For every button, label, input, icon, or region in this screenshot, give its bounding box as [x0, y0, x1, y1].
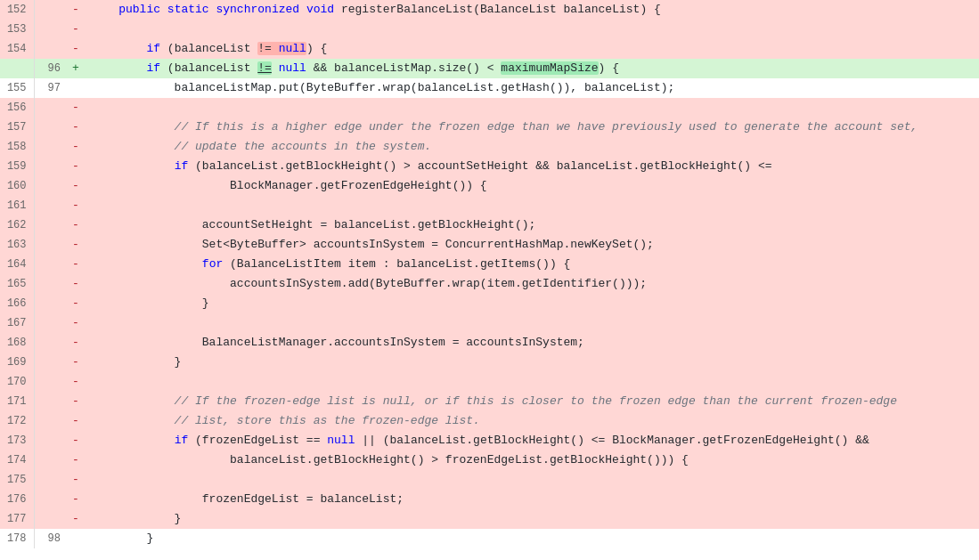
diff-marker	[68, 529, 84, 548]
line-num-old: 158	[0, 137, 34, 157]
diff-marker: -	[68, 450, 84, 470]
diff-marker: -	[68, 176, 84, 196]
table-row: 152- public static synchronized void reg…	[0, 0, 979, 20]
diff-marker: -	[68, 411, 84, 431]
line-num-new	[34, 372, 68, 392]
line-num-new: 98	[34, 529, 68, 548]
diff-marker: -	[68, 313, 84, 333]
table-row: 96+ if (balanceList != null && balanceLi…	[0, 59, 979, 78]
line-num-old: 165	[0, 274, 34, 294]
line-num-new	[34, 196, 68, 215]
line-num-old: 166	[0, 294, 34, 313]
line-num-old: 156	[0, 98, 34, 118]
line-num-old: 164	[0, 255, 34, 274]
line-num-new	[34, 235, 68, 255]
line-num-new	[34, 176, 68, 196]
table-row: 162- accountSetHeight = balanceList.getB…	[0, 215, 979, 235]
code-line: accountSetHeight = balanceList.getBlockH…	[84, 215, 979, 235]
table-row: 164- for (BalanceListItem item : balance…	[0, 255, 979, 274]
table-row: 159- if (balanceList.getBlockHeight() > …	[0, 157, 979, 176]
diff-table: 152- public static synchronized void reg…	[0, 0, 979, 548]
diff-marker: -	[68, 353, 84, 372]
diff-marker: -	[68, 274, 84, 294]
diff-marker: -	[68, 294, 84, 313]
code-line: if (balanceList != null) {	[84, 39, 979, 59]
line-num-new	[34, 509, 68, 529]
line-num-old: 163	[0, 235, 34, 255]
code-line: if (balanceList != null && balanceListMa…	[84, 59, 979, 78]
line-num-old: 153	[0, 20, 34, 39]
table-row: 170-	[0, 372, 979, 392]
code-line: // update the accounts in the system.	[84, 137, 979, 157]
line-num-old: 174	[0, 450, 34, 470]
table-row: 168- BalanceListManager.accountsInSystem…	[0, 333, 979, 353]
code-line: BalanceListManager.accountsInSystem = ac…	[84, 333, 979, 353]
line-num-old: 175	[0, 470, 34, 490]
line-num-old	[0, 59, 34, 78]
code-line: // list, store this as the frozen-edge l…	[84, 411, 979, 431]
line-num-old: 170	[0, 372, 34, 392]
table-row: 154- if (balanceList != null) {	[0, 39, 979, 59]
table-row: 165- accountsInSystem.add(ByteBuffer.wra…	[0, 274, 979, 294]
line-num-new	[34, 470, 68, 490]
diff-marker: -	[68, 470, 84, 490]
code-line	[84, 196, 979, 215]
line-num-new	[34, 215, 68, 235]
line-num-new	[34, 255, 68, 274]
line-num-old: 162	[0, 215, 34, 235]
table-row: 160- BlockManager.getFrozenEdgeHeight())…	[0, 176, 979, 196]
line-num-new	[34, 411, 68, 431]
table-row: 153-	[0, 20, 979, 39]
line-num-new	[34, 450, 68, 470]
line-num-old: 178	[0, 529, 34, 548]
table-row: 176- frozenEdgeList = balanceList;	[0, 490, 979, 509]
line-num-old: 155	[0, 78, 34, 98]
code-line: for (BalanceListItem item : balanceList.…	[84, 255, 979, 274]
line-num-new	[34, 39, 68, 59]
diff-marker: -	[68, 39, 84, 59]
code-line: }	[84, 294, 979, 313]
table-row: 167-	[0, 313, 979, 333]
line-num-old: 152	[0, 0, 34, 20]
code-line	[84, 20, 979, 39]
code-line	[84, 372, 979, 392]
table-row: 157- // If this is a higher edge under t…	[0, 118, 979, 137]
code-line	[84, 470, 979, 490]
code-line: balanceList.getBlockHeight() > frozenEdg…	[84, 450, 979, 470]
diff-marker: -	[68, 490, 84, 509]
code-line	[84, 313, 979, 333]
line-num-new	[34, 98, 68, 118]
code-line: }	[84, 353, 979, 372]
code-line: BlockManager.getFrozenEdgeHeight()) {	[84, 176, 979, 196]
table-row: 15597 balanceListMap.put(ByteBuffer.wrap…	[0, 78, 979, 98]
table-row: 163- Set<ByteBuffer> accountsInSystem = …	[0, 235, 979, 255]
line-num-new	[34, 274, 68, 294]
line-num-old: 172	[0, 411, 34, 431]
diff-marker: -	[68, 235, 84, 255]
line-num-new	[34, 294, 68, 313]
diff-marker: -	[68, 20, 84, 39]
table-row: 158- // update the accounts in the syste…	[0, 137, 979, 157]
line-num-old: 159	[0, 157, 34, 176]
code-line: accountsInSystem.add(ByteBuffer.wrap(ite…	[84, 274, 979, 294]
line-num-old: 176	[0, 490, 34, 509]
table-row: 171- // If the frozen-edge list is null,…	[0, 392, 979, 411]
line-num-new	[34, 20, 68, 39]
line-num-old: 160	[0, 176, 34, 196]
line-num-old: 169	[0, 353, 34, 372]
code-diff-container: 152- public static synchronized void reg…	[0, 0, 979, 560]
line-num-new	[34, 157, 68, 176]
diff-marker: -	[68, 333, 84, 353]
line-num-old: 154	[0, 39, 34, 59]
diff-marker: -	[68, 372, 84, 392]
diff-marker: -	[68, 392, 84, 411]
line-num-new: 96	[34, 59, 68, 78]
line-num-old: 167	[0, 313, 34, 333]
table-row: 17898 }	[0, 529, 979, 548]
code-line	[84, 98, 979, 118]
line-num-old: 157	[0, 118, 34, 137]
code-line: if (balanceList.getBlockHeight() > accou…	[84, 157, 979, 176]
table-row: 173- if (frozenEdgeList == null || (bala…	[0, 431, 979, 450]
diff-marker: -	[68, 98, 84, 118]
diff-marker: -	[68, 137, 84, 157]
